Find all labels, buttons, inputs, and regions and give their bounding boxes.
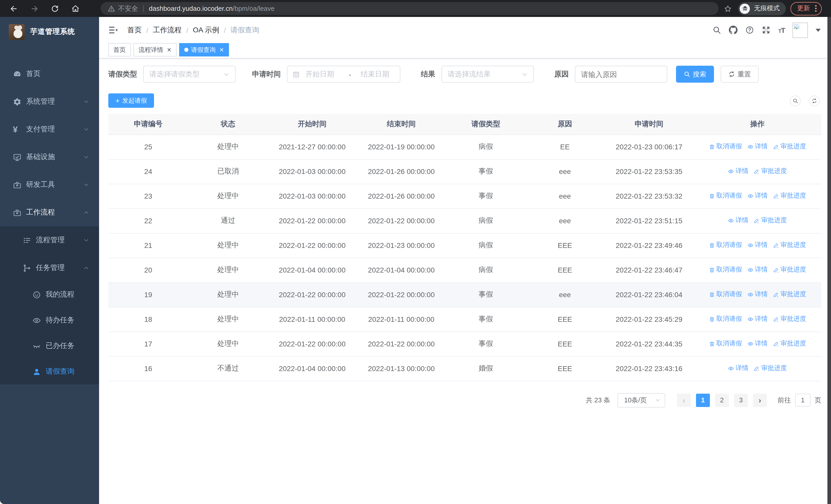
cell-start: 2022-01-03 00:00:00 — [268, 159, 356, 184]
detail-action-link[interactable]: 详情 — [728, 364, 748, 373]
cancel-action-link[interactable]: 取消请假 — [709, 241, 742, 250]
cell-actions: 详情审批进度 — [694, 208, 821, 233]
progress-action-link[interactable]: 审批进度 — [773, 290, 806, 299]
progress-action-link[interactable]: 审批进度 — [773, 192, 806, 200]
breadcrumb-item[interactable]: 工作流程 — [153, 25, 182, 35]
cell-start: 2021-12-27 00:00:00 — [268, 135, 356, 159]
refresh-icon — [811, 98, 817, 103]
cell-start: 2022-01-22 00:00:00 — [268, 331, 356, 356]
home-icon[interactable] — [69, 2, 82, 15]
progress-action-link[interactable]: 审批进度 — [753, 216, 787, 225]
table-row: 19处理中2022-01-22 00:00:002022-01-22 00:00… — [108, 282, 821, 307]
sidebar-item-task-management[interactable]: 任务管理 — [0, 254, 99, 282]
bookmark-star-icon[interactable] — [724, 4, 732, 12]
tab-请假查询[interactable]: 请假查询✕ — [179, 43, 229, 56]
detail-action-link[interactable]: 详情 — [747, 339, 768, 348]
collapse-menu-icon[interactable] — [108, 25, 118, 35]
cell-actions: 取消请假详情审批进度 — [694, 135, 821, 159]
sidebar-item-label: 支付管理 — [26, 125, 55, 134]
progress-action-link[interactable]: 审批进度 — [773, 266, 806, 274]
progress-action-link[interactable]: 审批进度 — [753, 167, 787, 176]
close-icon[interactable]: ✕ — [219, 47, 224, 53]
avatar-caret-icon[interactable] — [815, 28, 821, 32]
detail-action-link[interactable]: 详情 — [747, 315, 768, 324]
back-icon[interactable] — [7, 2, 21, 15]
sidebar-item-todo-tasks[interactable]: 待办任务 — [0, 307, 99, 333]
detail-action-link[interactable]: 详情 — [728, 216, 748, 225]
detail-action-link[interactable]: 详情 — [747, 142, 768, 151]
leave-type-select[interactable]: 请选择请假类型 — [143, 66, 236, 83]
breadcrumb-item[interactable]: OA 示例 — [193, 25, 220, 35]
search-button[interactable]: 搜索 — [676, 66, 714, 83]
sidebar-item-my-processes[interactable]: 我的流程 — [0, 282, 99, 307]
next-page-button[interactable]: › — [753, 393, 767, 407]
toggle-search-button[interactable] — [790, 95, 801, 106]
cell-type: 病假 — [446, 258, 525, 282]
help-icon[interactable] — [746, 26, 754, 34]
trash-icon — [709, 242, 715, 248]
result-select[interactable]: 请选择流结果 — [441, 66, 534, 83]
progress-action-link[interactable]: 审批进度 — [773, 142, 806, 151]
cell-actions: 取消请假详情审批进度 — [694, 307, 821, 331]
cancel-action-link[interactable]: 取消请假 — [709, 290, 742, 299]
progress-action-link[interactable]: 审批进度 — [773, 339, 806, 348]
detail-action-link[interactable]: 详情 — [728, 167, 748, 176]
cancel-action-link[interactable]: 取消请假 — [709, 339, 742, 348]
goto-page-input[interactable] — [795, 394, 810, 407]
apply-time-range-input[interactable]: 开始日期 - 结束日期 — [287, 66, 400, 83]
breadcrumb-item[interactable]: 首页 — [127, 25, 142, 35]
page-button-2[interactable]: 2 — [715, 393, 729, 407]
face-icon — [32, 290, 41, 299]
forward-icon[interactable] — [28, 2, 41, 15]
search-icon[interactable] — [713, 26, 721, 34]
window-scrollbar[interactable] — [827, 17, 831, 504]
refresh-table-button[interactable] — [809, 95, 820, 106]
progress-action-link[interactable]: 审批进度 — [773, 241, 806, 250]
create-leave-button[interactable]: + 发起请假 — [108, 93, 154, 108]
page-size-select[interactable]: 10条/页 — [618, 393, 665, 407]
cell-reason: eee — [525, 282, 604, 307]
sidebar-item-home[interactable]: 首页 — [0, 60, 99, 88]
cell-end: 2022-01-19 00:00:00 — [356, 135, 446, 159]
reload-icon[interactable] — [48, 2, 62, 15]
fullscreen-icon[interactable] — [762, 26, 771, 34]
sidebar-item-payment-management[interactable]: ¥支付管理 — [0, 116, 99, 143]
detail-action-link[interactable]: 详情 — [747, 241, 768, 250]
cancel-action-link[interactable]: 取消请假 — [709, 266, 742, 274]
avatar[interactable] — [793, 22, 808, 38]
page-button-1[interactable]: 1 — [696, 393, 710, 407]
sidebar-item-done-tasks[interactable]: 已办任务 — [0, 333, 99, 359]
reset-button[interactable]: 重置 — [721, 66, 758, 83]
eye-icon — [747, 292, 753, 298]
prev-page-button[interactable]: ‹ — [677, 393, 691, 407]
sidebar-item-dev-tools[interactable]: 研发工具 — [0, 171, 99, 199]
detail-action-link[interactable]: 详情 — [747, 290, 768, 299]
sidebar-item-process-management[interactable]: 流程管理 — [0, 226, 99, 254]
github-icon[interactable] — [729, 26, 738, 34]
tab-首页[interactable]: 首页 — [108, 43, 131, 56]
browser-menu-icon[interactable] — [815, 5, 816, 12]
sidebar-item-workflow[interactable]: 工作流程 — [0, 199, 99, 226]
cancel-action-link[interactable]: 取消请假 — [709, 315, 742, 324]
detail-action-link[interactable]: 详情 — [747, 266, 768, 274]
sidebar-item-leave-query[interactable]: 请假查询 — [0, 359, 99, 384]
update-button[interactable]: 更新 — [791, 2, 822, 15]
sidebar-item-infrastructure[interactable]: 基础设施 — [0, 143, 99, 171]
progress-action-link[interactable]: 审批进度 — [753, 364, 787, 373]
detail-action-link[interactable]: 详情 — [747, 192, 768, 200]
table-row: 25处理中2021-12-27 00:00:002022-01-19 00:00… — [108, 135, 821, 159]
font-size-icon[interactable]: TT — [778, 26, 785, 34]
cancel-action-link[interactable]: 取消请假 — [709, 142, 742, 151]
page-button-3[interactable]: 3 — [734, 393, 748, 407]
cell-applied: 2022-01-23 00:06:17 — [604, 135, 693, 159]
tab-流程详情[interactable]: 流程详情✕ — [134, 43, 177, 56]
sidebar-item-system-management[interactable]: 系统管理 — [0, 88, 99, 116]
progress-action-link[interactable]: 审批进度 — [773, 315, 806, 324]
cancel-action-link[interactable]: 取消请假 — [709, 192, 742, 200]
close-icon[interactable]: ✕ — [167, 47, 171, 53]
reason-input[interactable] — [575, 66, 667, 83]
cell-applied: 2022-01-22 23:43:16 — [604, 356, 693, 381]
page-suffix: 页 — [814, 395, 821, 405]
url-bar[interactable]: 不安全 dashboard.yudao.iocoder.cn/bpm/oa/le… — [101, 2, 719, 15]
chevron-down-icon — [83, 182, 89, 188]
